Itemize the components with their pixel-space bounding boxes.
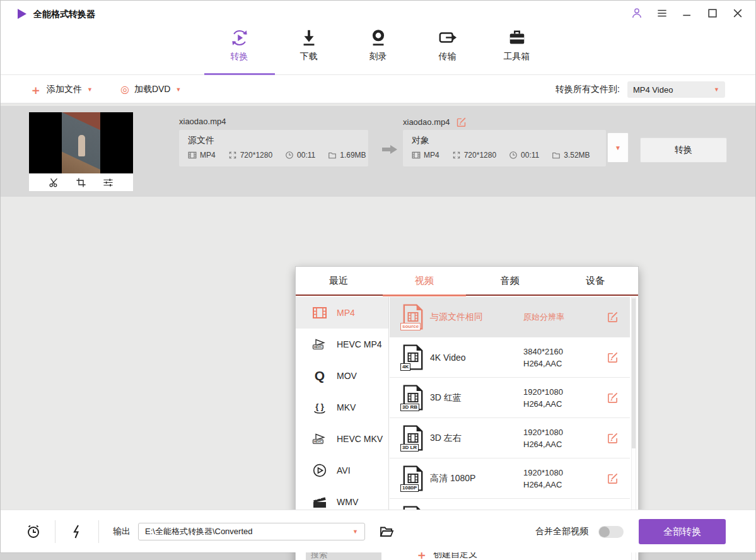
add-file-button[interactable]: ＋ 添加文件 ▼	[30, 84, 93, 96]
preset-hd-1080p[interactable]: 1080P 高清 1080P 1920*1080H264,AAC	[390, 458, 630, 499]
video-thumbnail	[29, 112, 133, 173]
chevron-down-icon: ▼	[87, 87, 93, 93]
edit-preset-icon[interactable]	[607, 311, 619, 323]
schedule-icon[interactable]	[26, 524, 41, 539]
plus-icon: ＋	[30, 84, 42, 96]
preset-3d-left-right[interactable]: 3D LR 3D 左右 1920*1080H264,AAC	[390, 418, 630, 458]
load-dvd-button[interactable]: ◎ 加载DVD ▼	[120, 84, 181, 95]
panel-tabs: 最近 视频 音频 设备	[296, 267, 638, 296]
resolution-icon	[452, 151, 461, 160]
quicktime-icon	[312, 368, 327, 383]
target-info-box: 对象 MP4 720*1280 00:11 3.52MB	[403, 130, 606, 166]
transfer-icon	[438, 28, 457, 47]
tab-convert[interactable]: 转换	[214, 21, 265, 75]
target-format-dropdown-button[interactable]: ▼	[607, 132, 629, 163]
disc-icon: ◎	[120, 85, 129, 95]
convert-icon	[230, 28, 249, 47]
preset-same-as-source[interactable]: source 与源文件相同 原始分辨率	[390, 297, 630, 337]
account-icon[interactable]	[631, 7, 643, 20]
chevron-down-icon: ▼	[352, 529, 358, 535]
tab-transfer[interactable]: 传输	[422, 21, 473, 75]
app-window: 全能格式转换器 转换 下载 刻录	[0, 0, 756, 553]
format-list: MP4 HEVC MP4 MOV MKV	[296, 297, 389, 540]
preset-4k-video[interactable]: 4K 4K Video 3840*2160H264,AAC	[390, 337, 630, 378]
open-folder-icon[interactable]	[379, 524, 394, 539]
divider	[55, 520, 55, 543]
toolbox-icon	[508, 28, 526, 47]
panel-tab-device[interactable]: 设备	[552, 267, 638, 295]
format-item-mkv[interactable]: MKV	[296, 392, 388, 423]
scrollbar-thumb[interactable]	[632, 298, 636, 448]
panel-tab-audio[interactable]: 音频	[467, 267, 553, 295]
tab-toolbox[interactable]: 工具箱	[492, 21, 542, 75]
effects-icon[interactable]	[103, 177, 113, 188]
desktop: 全能格式转换器 转换 下载 刻录	[0, 0, 756, 560]
maximize-icon[interactable]	[706, 7, 719, 20]
merge-all-toggle[interactable]	[598, 526, 624, 538]
duration-icon	[509, 151, 518, 160]
format-item-mov[interactable]: MOV	[296, 360, 388, 392]
divider	[98, 520, 99, 543]
mp4-icon	[312, 305, 327, 320]
target-title: 对象	[412, 135, 597, 146]
edit-preset-icon[interactable]	[607, 472, 619, 484]
panel-tab-video[interactable]: 视频	[381, 267, 467, 295]
avi-icon	[312, 463, 327, 478]
close-icon[interactable]	[731, 7, 744, 20]
convert-row-button[interactable]: 转换	[640, 137, 727, 163]
app-title: 全能格式转换器	[33, 9, 95, 20]
size-icon	[328, 151, 337, 160]
video-thumbnail-block	[29, 112, 133, 191]
file-list-area: xiaodao.mp4 源文件 MP4 720*1280 00:11 1.69M…	[1, 103, 755, 511]
format-item-hevc-mkv[interactable]: HEVC MKV	[296, 423, 388, 455]
format-item-hevc-mp4[interactable]: HEVC MP4	[296, 329, 388, 360]
output-label: 输出	[113, 526, 131, 537]
burn-disc-icon	[369, 28, 388, 47]
header: 全能格式转换器 转换 下载 刻录	[1, 1, 755, 75]
convert-all-button[interactable]: 全部转换	[639, 519, 726, 544]
menu-icon[interactable]	[656, 7, 668, 20]
duration-icon	[285, 151, 294, 160]
film-icon	[188, 151, 197, 160]
source-file-name: xiaodao.mp4	[179, 117, 226, 126]
format-item-mp4[interactable]: MP4	[296, 297, 388, 329]
wmv-icon	[312, 494, 327, 510]
hevc-icon	[312, 337, 327, 352]
main-nav: 转换 下载 刻录 传输 工具箱	[1, 21, 755, 75]
resolution-icon	[228, 151, 237, 160]
convert-all-to-label: 转换所有文件到:	[555, 84, 620, 95]
hevc-icon	[312, 431, 327, 446]
source-info-box: 源文件 MP4 720*1280 00:11 1.69MB	[179, 130, 368, 166]
panel-tab-recent[interactable]: 最近	[296, 267, 381, 295]
footer: 输出 E:\全能格式转换器\Converted ▼ 合并全部视频 全部转换	[1, 510, 755, 552]
source-title: 源文件	[188, 135, 359, 146]
edit-preset-icon[interactable]	[607, 392, 619, 404]
tab-burn[interactable]: 刻录	[353, 21, 404, 75]
high-speed-icon[interactable]	[69, 524, 84, 539]
window-controls	[631, 7, 744, 20]
edit-preset-icon[interactable]	[607, 351, 619, 363]
preset-list: source 与源文件相同 原始分辨率 4K 4K Video 3840*216…	[390, 297, 630, 539]
format-item-avi[interactable]: AVI	[296, 455, 388, 486]
output-file-name: xiaodao.mp4	[403, 117, 450, 127]
crop-icon[interactable]	[76, 177, 86, 188]
app-logo-icon	[18, 9, 26, 19]
preset-3d-red-blue[interactable]: 3D RB 3D 红蓝 1920*1080H264,AAC	[390, 378, 630, 418]
output-path-select[interactable]: E:\全能格式转换器\Converted ▼	[138, 523, 365, 540]
rename-icon[interactable]	[456, 117, 467, 127]
minimize-icon[interactable]	[681, 7, 694, 20]
edit-preset-icon[interactable]	[607, 432, 619, 444]
toolbar: ＋ 添加文件 ▼ ◎ 加载DVD ▼ 转换中 转换完成 转换所有文件到: MP4…	[1, 76, 755, 103]
thumbnail-frame	[62, 112, 100, 173]
source-to-target-arrow-icon	[381, 144, 398, 155]
film-icon	[412, 151, 421, 160]
tab-download[interactable]: 下载	[284, 21, 334, 75]
output-format-select[interactable]: MP4 Video ▼	[627, 81, 725, 98]
size-icon	[552, 151, 561, 160]
edit-toolbar	[29, 173, 133, 191]
merge-all-label: 合并全部视频	[535, 526, 588, 537]
chevron-down-icon: ▼	[714, 87, 719, 93]
toggle-knob	[599, 527, 610, 537]
trim-icon[interactable]	[49, 177, 59, 188]
chevron-down-icon: ▼	[175, 87, 181, 93]
